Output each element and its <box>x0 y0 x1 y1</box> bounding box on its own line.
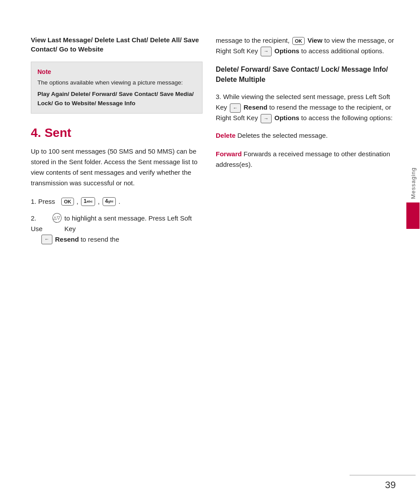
sidebar-tab: Messaging <box>406 167 420 229</box>
step-3: 3. While viewing the selected sent messa… <box>216 92 398 123</box>
step3-suffix: to access the following options: <box>301 114 393 121</box>
step2-prefix: 2. Use <box>31 213 50 234</box>
delete-label: Delete <box>216 132 236 139</box>
sidebar-bar <box>406 202 420 229</box>
note-box: Note The options available when viewing … <box>31 62 203 114</box>
forward-section: Forward Forwards a received message to o… <box>216 149 398 170</box>
step2-continued-text: message to the recipient, OK View to vie… <box>216 35 398 56</box>
nav-icon: △▽ <box>52 213 62 223</box>
step-1: 1. Press OK , 1abc , 4ghi . <box>31 196 203 207</box>
options-label-1: Options <box>274 47 299 55</box>
forward-text: Forwards a received message to other des… <box>216 150 390 168</box>
note-body-text: The options available when viewing a pic… <box>37 78 196 87</box>
page-divider <box>350 475 416 475</box>
step2-resend-label: Resend <box>55 234 79 245</box>
step-2: 2. Use △▽ to highlight a sent message. P… <box>31 213 203 245</box>
delete-text: Deletes the selected message. <box>237 132 328 139</box>
delete-section: Delete Deletes the selected message. <box>216 130 398 141</box>
sub-heading: Delete/ Forward/ Save Contact/ Lock/ Mes… <box>216 64 398 85</box>
step2-middle: to highlight a sent message. Press Left … <box>64 213 203 234</box>
forward-label: Forward <box>216 150 242 158</box>
options-suffix-1: to access additional options. <box>301 47 384 55</box>
page-number: 39 <box>385 479 396 491</box>
ok-key-1: OK <box>61 198 74 206</box>
key-1: 1abc <box>81 197 95 206</box>
sidebar-label: Messaging <box>410 167 416 199</box>
left-soft-key-icon-1: ← <box>41 235 52 244</box>
top-heading: View Last Message/ Delete Last Chat/ Del… <box>31 35 203 54</box>
right-soft-key-icon-1: → <box>261 47 272 56</box>
body-text: Up to 100 sent messages (50 SMS and 50 M… <box>31 146 203 188</box>
options-label-2: Options <box>274 114 299 121</box>
step3-resend-label: Resend <box>243 103 267 111</box>
key-4: 4ghi <box>103 197 116 206</box>
step2-suffix: to resend the <box>81 234 119 245</box>
ok-key-2: OK <box>292 37 305 45</box>
right-soft-key-icon-2: → <box>261 114 272 124</box>
note-title: Note <box>37 67 196 77</box>
left-soft-key-icon-2: ← <box>230 103 241 113</box>
view-label: View <box>307 37 322 44</box>
step1-prefix: 1. Press <box>31 196 55 207</box>
section-title: 4. Sent <box>31 126 203 140</box>
note-bold-text: Play Again/ Delete/ Forward/ Save Contac… <box>37 90 196 108</box>
